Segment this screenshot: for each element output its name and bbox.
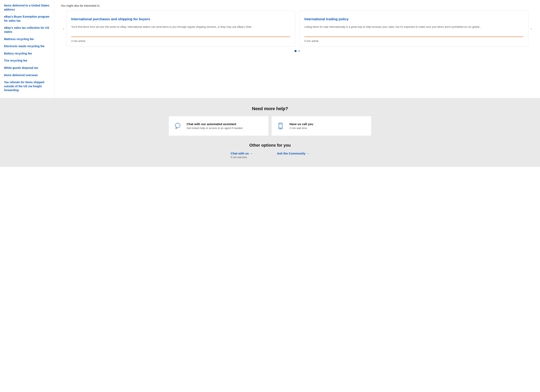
svg-point-4 <box>280 128 281 129</box>
sidebar-link-buyer-exemption[interactable]: eBay's Buyer Exemption program for sales… <box>4 13 50 24</box>
help-card-subtitle: Get instant help or access to an agent i… <box>187 126 242 130</box>
sidebar-link-mattress-recycling[interactable]: Mattress recycling fee <box>4 36 50 43</box>
help-section-title: Need more help? <box>6 106 534 111</box>
sidebar-link-sales-tax-collection[interactable]: eBay's sales tax collection for US state… <box>4 24 50 35</box>
carousel-dots <box>61 50 534 52</box>
other-option-block-chat-with-us: Chat with us → 6 min wait time <box>231 152 253 159</box>
help-section: Need more help? Chat with our automated … <box>0 98 540 167</box>
also-interested-label: You might also be interested in: <box>61 4 534 7</box>
help-card-text-call-back: Have us call you 2 min wait time <box>290 122 313 130</box>
sidebar: Items delivered to a United States addre… <box>0 0 55 98</box>
other-options: Other options for you Chat with us → 6 m… <box>6 143 534 159</box>
sidebar-link-white-goods[interactable]: White goods disposal tax <box>4 64 50 72</box>
help-card-call-back[interactable]: Have us call you 2 min wait time <box>272 116 371 136</box>
other-options-links: Chat with us → 6 min wait time Ask the C… <box>6 152 534 159</box>
help-cards: Chat with our automated assistant Get in… <box>169 116 371 136</box>
carousel-prev-button[interactable]: ‹ <box>61 24 66 33</box>
help-card-subtitle: 2 min wait time <box>290 126 313 130</box>
card-time: 3 min article <box>71 40 290 43</box>
other-option-link-chat-with-us[interactable]: Chat with us → <box>231 152 253 155</box>
help-card-chat-assistant[interactable]: Chat with our automated assistant Get in… <box>169 116 268 136</box>
card-underline <box>71 36 290 37</box>
article-card-card-intl-purchases[interactable]: International purchases and shipping for… <box>66 10 295 47</box>
article-card-card-intl-trading[interactable]: International trading policy Listing ite… <box>299 10 529 47</box>
help-icon-phone <box>276 121 285 131</box>
help-icon-chat <box>173 121 183 131</box>
carousel-wrapper: ‹ International purchases and shipping f… <box>61 10 534 47</box>
svg-point-0 <box>175 123 180 128</box>
sidebar-link-items-us[interactable]: Items delivered to a United States addre… <box>4 2 50 13</box>
page-wrapper: Items delivered to a United States addre… <box>0 0 540 392</box>
card-title: International purchases and shipping for… <box>71 17 290 22</box>
card-description: You'll find items from all over the worl… <box>71 25 290 29</box>
carousel-next-button[interactable]: › <box>529 24 534 33</box>
sidebar-link-tax-refunds[interactable]: Tax refunds for items shipped outside of… <box>4 79 50 94</box>
phone-icon <box>276 122 285 130</box>
card-underline <box>305 36 523 37</box>
sidebar-link-battery-recycling[interactable]: Battery recycling fee <box>4 50 50 57</box>
card-description: Listing items for sale internationally i… <box>305 25 523 29</box>
carousel-dot-1[interactable] <box>298 50 300 52</box>
other-option-link-ask-community[interactable]: Ask the Community → <box>277 152 309 155</box>
card-time: 5 min article <box>305 40 523 43</box>
help-card-title: Have us call you <box>290 122 313 126</box>
card-title: International trading policy <box>305 17 523 22</box>
other-option-wait-chat-with-us: 6 min wait time <box>231 156 247 159</box>
chat-icon <box>174 122 182 130</box>
other-options-title: Other options for you <box>6 143 534 148</box>
sidebar-link-items-overseas[interactable]: Items delivered overseas <box>4 72 50 79</box>
carousel-dot-0[interactable] <box>295 50 296 52</box>
card-footer: 5 min article <box>305 34 523 43</box>
sidebar-link-tire-recycling[interactable]: Tire recycling fee <box>4 57 50 64</box>
sidebar-link-electronic-waste[interactable]: Electronic waste recycling fee <box>4 43 50 50</box>
top-section: Items delivered to a United States addre… <box>0 0 540 98</box>
main-content: You might also be interested in: ‹ Inter… <box>55 0 540 98</box>
help-card-title: Chat with our automated assistant <box>187 122 242 126</box>
help-card-text-chat-assistant: Chat with our automated assistant Get in… <box>187 122 242 130</box>
other-option-block-ask-community: Ask the Community → <box>277 152 309 159</box>
cards-container: International purchases and shipping for… <box>66 10 529 47</box>
card-footer: 3 min article <box>71 34 290 43</box>
